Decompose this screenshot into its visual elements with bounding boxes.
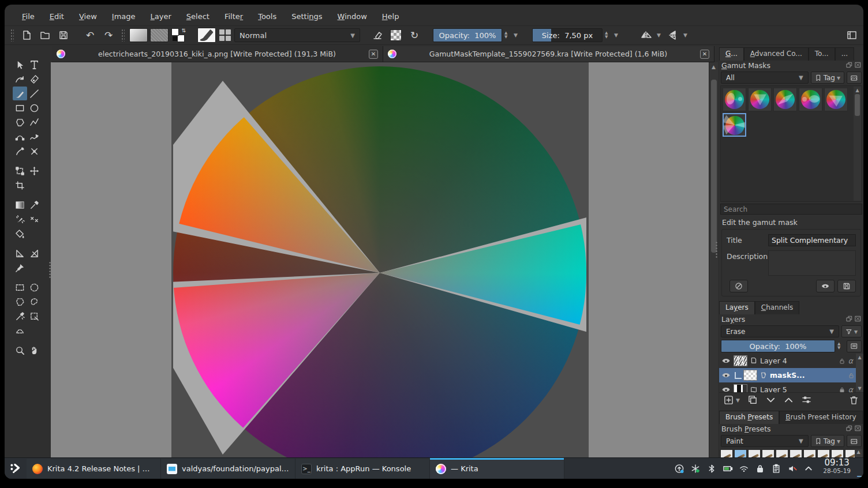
layer-view-options-button[interactable] bbox=[847, 340, 862, 352]
ellipse-select-tool-button[interactable] bbox=[27, 280, 42, 294]
scroll-up-icon[interactable]: ▲ bbox=[855, 87, 859, 94]
toolbar-drag-handle[interactable] bbox=[10, 29, 14, 42]
polygon-select-tool-button[interactable] bbox=[13, 295, 27, 309]
taskbar-task-firefox[interactable]: Krita 4.2 Release Notes | Krita - ... bbox=[27, 459, 161, 479]
search-input[interactable]: Search bbox=[720, 204, 862, 215]
measure-tool-button[interactable] bbox=[27, 246, 42, 260]
mask-description-input[interactable] bbox=[768, 250, 856, 276]
brush-filter-select[interactable]: Paint ▼ bbox=[721, 435, 809, 447]
app-launcher-button[interactable] bbox=[5, 458, 27, 479]
layer-visibility-icon[interactable] bbox=[720, 356, 732, 365]
layer-visibility-icon[interactable] bbox=[720, 385, 732, 393]
move-layer-down-button[interactable] bbox=[766, 395, 776, 405]
pattern-swatch-button[interactable] bbox=[150, 28, 169, 42]
layers-docker-tab[interactable]: Layers bbox=[719, 301, 755, 314]
close-docker-icon[interactable] bbox=[855, 61, 861, 70]
transform-tool-button[interactable] bbox=[13, 164, 27, 178]
swap-colors-button[interactable]: ⇅ bbox=[171, 28, 186, 43]
canvas-vertical-scrollbar[interactable]: ▲ bbox=[709, 62, 718, 457]
dynamic-brush-tool-button[interactable] bbox=[13, 144, 27, 158]
layer-name[interactable]: Layer 4 bbox=[760, 356, 837, 365]
gamut-tag-button[interactable]: Tag▾ bbox=[811, 72, 844, 84]
opacity-spinner[interactable]: ▲▼ bbox=[504, 31, 511, 39]
device-share-icon[interactable] bbox=[690, 463, 701, 474]
layer-thumbnail[interactable] bbox=[743, 370, 757, 381]
duplicate-layer-button[interactable] bbox=[748, 395, 758, 405]
menu-file[interactable]: File bbox=[15, 10, 42, 23]
mirror-vertical-button[interactable] bbox=[665, 28, 681, 43]
mask-title-input[interactable]: Split Complementary bbox=[768, 234, 856, 246]
polyline-tool-button[interactable] bbox=[27, 115, 42, 129]
blend-mode-select[interactable]: Normal ▼ bbox=[234, 28, 360, 42]
gamut-mask-triangle[interactable] bbox=[748, 88, 772, 111]
layer-thumbnail[interactable] bbox=[734, 384, 747, 393]
float-docker-icon[interactable] bbox=[846, 315, 852, 324]
chevron-down-icon[interactable]: ▼ bbox=[657, 32, 663, 38]
layer-thumbnail[interactable] bbox=[734, 355, 747, 366]
layer-name[interactable]: Layer 5 bbox=[760, 385, 837, 393]
fill-tool-button[interactable] bbox=[13, 227, 27, 241]
document-tab-2[interactable]: GamutMaskTemplate_1559027569.kra [Write … bbox=[383, 46, 714, 62]
layer-opacity-spinner[interactable]: ▲▼ bbox=[837, 342, 844, 350]
gradient-tool-button[interactable] bbox=[13, 198, 27, 212]
pattern-tool-button[interactable] bbox=[27, 212, 42, 226]
add-layer-button[interactable] bbox=[724, 395, 734, 405]
gamut-mask-shifted-triangle[interactable] bbox=[824, 88, 848, 111]
document-tab-1[interactable]: electrichearts_20190316_kiki_a.png [Writ… bbox=[52, 46, 383, 62]
line-tool-button[interactable] bbox=[27, 87, 42, 100]
float-docker-icon[interactable] bbox=[846, 425, 852, 433]
float-docker-icon[interactable] bbox=[846, 61, 852, 70]
open-document-button[interactable] bbox=[37, 28, 53, 43]
wifi-icon[interactable] bbox=[739, 463, 749, 474]
unlock-icon[interactable] bbox=[848, 372, 855, 379]
layer-filter-button[interactable]: ▾ bbox=[841, 325, 862, 337]
freehand-brush-tool-button[interactable] bbox=[13, 87, 27, 100]
brush-docker-tab[interactable]: Brush Preset History bbox=[779, 411, 862, 424]
preview-mask-button[interactable] bbox=[816, 280, 835, 292]
chevron-down-icon[interactable]: ▼ bbox=[736, 397, 740, 403]
size-slider[interactable]: Size: 7,50 px bbox=[532, 28, 603, 42]
docker-tab[interactable]: G... bbox=[719, 47, 744, 61]
save-button[interactable] bbox=[55, 28, 72, 43]
undo-button[interactable]: ↶ bbox=[82, 28, 98, 43]
save-mask-button[interactable] bbox=[837, 280, 856, 292]
multibrush-tool-button[interactable] bbox=[27, 144, 42, 158]
gamut-mask-split-complementary[interactable] bbox=[723, 113, 746, 137]
menu-filter[interactable]: Filter bbox=[218, 10, 250, 23]
close-tab-button[interactable]: ✕ bbox=[700, 50, 709, 59]
assistants-tool-button[interactable] bbox=[13, 246, 27, 260]
lock-icon[interactable] bbox=[839, 386, 845, 393]
bluetooth-icon[interactable] bbox=[706, 463, 717, 474]
redo-button[interactable]: ↷ bbox=[100, 28, 117, 43]
text-tool-button[interactable] bbox=[27, 58, 42, 72]
layer-name[interactable]: maskS... bbox=[770, 371, 846, 380]
layer-properties-button[interactable] bbox=[802, 395, 811, 405]
preserve-alpha-button[interactable] bbox=[388, 28, 404, 43]
brush-docker-tab[interactable]: Brush Presets bbox=[719, 411, 779, 424]
layer-blend-mode-select[interactable]: Erase ▼ bbox=[721, 325, 839, 337]
toolbox-splitter-handle[interactable] bbox=[48, 261, 51, 279]
rect-select-tool-button[interactable] bbox=[13, 280, 27, 294]
scroll-up-icon[interactable]: ▲ bbox=[712, 62, 716, 72]
gamut-list-scrollbar[interactable]: ▲ bbox=[854, 87, 861, 201]
menu-image[interactable]: Image bbox=[105, 10, 143, 23]
zoom-tool-button[interactable] bbox=[13, 343, 27, 357]
layer-row[interactable]: maskS... α bbox=[719, 368, 863, 382]
layer-list-scrollbar[interactable]: ▲▼ bbox=[856, 354, 863, 392]
clipboard-icon[interactable] bbox=[771, 463, 781, 474]
docker-tab[interactable]: Advanced Co... bbox=[744, 47, 809, 61]
panel-splitter-handle[interactable] bbox=[715, 241, 718, 258]
size-spinner[interactable]: ▲▼ bbox=[605, 31, 612, 39]
update-notifier-icon[interactable] bbox=[674, 463, 684, 474]
close-docker-icon[interactable] bbox=[855, 315, 861, 324]
taskbar-task-kmail[interactable]: valdyas/foundation/paypal — KM... bbox=[161, 459, 295, 479]
layer-opacity-slider[interactable]: Opacity: 100% bbox=[721, 340, 835, 352]
edit-brush-settings-button[interactable] bbox=[197, 28, 216, 43]
alpha-lock-icon[interactable]: α bbox=[848, 356, 853, 365]
close-docker-icon[interactable] bbox=[855, 425, 861, 433]
screenlock-icon[interactable] bbox=[755, 463, 765, 474]
polygon-tool-button[interactable] bbox=[13, 115, 27, 129]
volume-muted-icon[interactable] bbox=[787, 463, 798, 474]
rectangle-tool-button[interactable] bbox=[13, 101, 27, 115]
delete-layer-button[interactable] bbox=[849, 395, 859, 405]
